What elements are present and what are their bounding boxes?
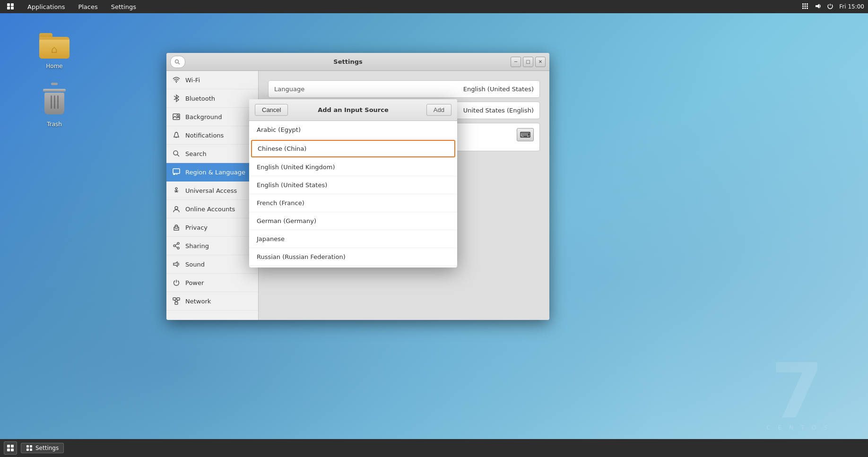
sidebar-item-sharing[interactable]: Sharing	[166, 237, 258, 255]
cancel-button[interactable]: Cancel	[255, 104, 288, 116]
list-item-arabic-egypt[interactable]: Arabic (Egypt)	[249, 121, 457, 139]
online-accounts-label: Online Accounts	[185, 206, 235, 213]
svg-marker-36	[174, 262, 177, 267]
language-value: English (United States)	[463, 86, 534, 93]
titlebar-search[interactable]	[170, 56, 185, 68]
list-item-japanese[interactable]: Japanese	[249, 230, 457, 248]
list-item-french-france[interactable]: French (France)	[249, 194, 457, 212]
svg-rect-30	[175, 226, 178, 228]
sidebar-item-search[interactable]: Search	[166, 145, 258, 163]
list-item-spanish-spain[interactable]: Spanish (Spain)	[249, 266, 457, 267]
bluetooth-icon	[172, 94, 181, 103]
show-apps-button[interactable]	[4, 441, 17, 455]
clock[interactable]: Fri 15:00	[839, 3, 864, 10]
svg-rect-1	[11, 3, 14, 6]
background-icon	[172, 112, 181, 121]
network-icon-sidebar	[172, 297, 181, 305]
sound-label: Sound	[185, 261, 205, 268]
list-item-english-uk[interactable]: English (United Kingdom)	[249, 158, 457, 176]
search-icon	[172, 149, 181, 158]
sharing-icon	[172, 241, 181, 250]
home-desktop-icon[interactable]: ⌂ Home	[35, 31, 73, 69]
language-row[interactable]: Language English (United States)	[268, 80, 540, 98]
add-button[interactable]: Add	[426, 104, 451, 116]
maximize-button[interactable]: □	[523, 57, 533, 67]
svg-rect-12	[807, 8, 808, 9]
svg-rect-9	[807, 5, 808, 7]
centos-watermark: 7 C E N T O S	[767, 354, 830, 431]
app-menu-icon[interactable]	[4, 1, 17, 12]
dialog-list: Arabic (Egypt) Chinese (China) English (…	[249, 121, 457, 267]
region-icon	[172, 168, 181, 176]
sidebar-item-bluetooth[interactable]: Bluetooth	[166, 89, 258, 108]
svg-rect-43	[11, 445, 14, 448]
volume-icon[interactable]	[815, 3, 821, 11]
settings-sidebar: Wi-Fi Bluetooth Backgrou	[166, 71, 259, 320]
power-icon-sidebar	[172, 278, 181, 287]
taskbar-top: Applications Places Settings	[0, 0, 868, 13]
svg-rect-5	[805, 3, 806, 5]
taskbar-settings-window[interactable]: Settings	[21, 443, 64, 453]
svg-rect-48	[26, 448, 29, 451]
sidebar-item-region-language[interactable]: Region & Language	[166, 163, 258, 181]
centos-number: 7	[767, 354, 830, 429]
universal-access-label: Universal Access	[185, 187, 237, 194]
svg-line-35	[175, 246, 177, 248]
sidebar-item-sound[interactable]: Sound	[166, 255, 258, 274]
svg-rect-37	[173, 298, 176, 300]
sidebar-item-network[interactable]: Network	[166, 292, 258, 310]
svg-rect-8	[805, 5, 806, 7]
svg-rect-0	[7, 3, 10, 6]
svg-line-34	[175, 244, 177, 245]
svg-rect-47	[30, 445, 32, 448]
taskbar-top-left: Applications Places Settings	[4, 1, 139, 12]
list-item-english-us[interactable]: English (United States)	[249, 176, 457, 194]
svg-line-20	[177, 155, 179, 156]
list-item-russian[interactable]: Russian (Russian Federation)	[249, 248, 457, 266]
dialog-titlebar: Cancel Add an Input Source Add	[249, 99, 457, 121]
list-item-chinese-china[interactable]: Chinese (China)	[251, 140, 455, 157]
formats-value: United States (English)	[463, 107, 534, 114]
sound-icon	[172, 260, 181, 268]
taskbar-places[interactable]: Places	[75, 2, 100, 11]
power-icon[interactable]	[827, 3, 833, 11]
trash-desktop-icon[interactable]: Trash	[35, 89, 73, 128]
background-label: Background	[185, 113, 222, 121]
svg-rect-39	[175, 302, 178, 304]
taskbar-applications[interactable]: Applications	[25, 2, 68, 11]
list-item-german-germany[interactable]: German (Germany)	[249, 212, 457, 230]
online-accounts-icon	[172, 205, 181, 213]
network-label: Network	[185, 298, 211, 305]
svg-rect-49	[30, 448, 32, 451]
svg-rect-42	[7, 445, 10, 448]
sidebar-item-background[interactable]: Background	[166, 108, 258, 126]
bluetooth-label: Bluetooth	[185, 95, 215, 102]
sidebar-item-wifi[interactable]: Wi-Fi	[166, 71, 258, 89]
wifi-label: Wi-Fi	[185, 77, 200, 84]
sidebar-item-notifications[interactable]: Notifications	[166, 126, 258, 145]
keyboard-icon-button[interactable]: ⌨	[517, 128, 534, 141]
svg-point-24	[175, 188, 177, 190]
trash-folder-icon	[39, 89, 69, 119]
power-label: Power	[185, 279, 204, 286]
search-label: Search	[185, 150, 207, 157]
sidebar-item-universal-access[interactable]: Universal Access	[166, 181, 258, 200]
svg-line-15	[178, 63, 180, 64]
svg-rect-4	[802, 3, 804, 5]
svg-rect-7	[802, 5, 804, 7]
taskbar-settings-label: Settings	[35, 445, 59, 451]
taskbar-settings[interactable]: Settings	[108, 2, 139, 11]
sharing-label: Sharing	[185, 242, 209, 250]
minimize-button[interactable]: ─	[511, 57, 521, 67]
svg-rect-45	[11, 448, 14, 451]
svg-point-14	[175, 60, 179, 63]
sidebar-item-power[interactable]: Power	[166, 274, 258, 292]
taskbar-top-right: Fri 15:00	[801, 2, 864, 11]
close-button[interactable]: ✕	[535, 57, 546, 67]
svg-rect-10	[802, 8, 804, 9]
settings-window-title: Settings	[333, 58, 362, 65]
dialog-title: Add an Input Source	[318, 106, 389, 113]
language-label: Language	[274, 86, 304, 93]
sidebar-item-privacy[interactable]: Privacy	[166, 218, 258, 237]
sidebar-item-online-accounts[interactable]: Online Accounts	[166, 200, 258, 218]
